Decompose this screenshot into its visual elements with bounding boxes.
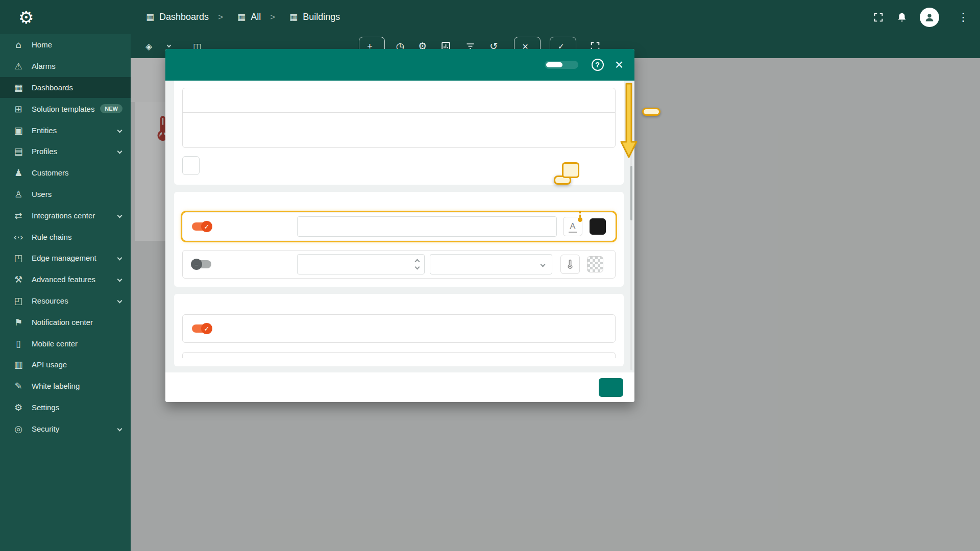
sidebar-item-label: Customers xyxy=(32,168,69,177)
breadcrumb-label: All xyxy=(251,12,261,22)
title-color-swatch[interactable] xyxy=(590,218,606,235)
breadcrumb-item-all[interactable]: All xyxy=(209,12,261,22)
add-threshold-button[interactable] xyxy=(182,156,200,175)
sidebar-item-settings[interactable]: Settings xyxy=(0,397,131,418)
sidebar-item-dashboards[interactable]: Dashboards xyxy=(0,77,131,98)
sidebar-item-label: Mobile center xyxy=(32,339,78,348)
sidebar-item-mobile-center[interactable]: Mobile center xyxy=(0,333,131,354)
thingsboard-logo[interactable] xyxy=(0,7,131,28)
sidebar-item-label: Rule chains xyxy=(32,233,71,241)
chart-section xyxy=(174,294,624,366)
sidebar-item-resources[interactable]: Resources xyxy=(0,290,131,312)
dialog-scrollbar-thumb[interactable] xyxy=(630,166,632,220)
chart-title-input[interactable] xyxy=(297,216,557,237)
icon-color-swatch[interactable] xyxy=(587,256,603,272)
toggle-knob-minus-icon xyxy=(191,259,202,270)
sidebar-item-icon xyxy=(12,232,24,242)
icon-size-input[interactable] xyxy=(297,254,425,274)
breadcrumb: Dashboards All Buildings xyxy=(146,12,340,22)
sidebar: Home Alarms Dashboards Solution template… xyxy=(0,34,131,551)
dialog-header xyxy=(165,49,634,81)
next-row-clipped xyxy=(182,352,616,358)
sidebar-item-label: Security xyxy=(32,424,59,433)
toggle-knob-check-icon xyxy=(201,323,212,334)
number-stepper[interactable] xyxy=(415,260,419,269)
sidebar-item-icon xyxy=(12,125,24,136)
mode-tab-group xyxy=(545,61,578,69)
sidebar-item-home[interactable]: Home xyxy=(0,34,131,56)
sidebar-item-security[interactable]: Security xyxy=(0,418,131,439)
sidebar-item-label: Profiles xyxy=(32,147,57,156)
callout-connector-line xyxy=(579,211,581,217)
step-number-badge xyxy=(562,162,579,178)
icon-picker-button[interactable] xyxy=(560,255,580,274)
chevron-down-icon xyxy=(167,43,171,47)
thermometer-icon xyxy=(565,259,575,269)
card-icon-toggle[interactable] xyxy=(192,260,211,268)
sidebar-item-alarms[interactable]: Alarms xyxy=(0,56,131,77)
close-dialog-icon[interactable] xyxy=(615,58,623,72)
sidebar-item-icon xyxy=(12,167,24,178)
kebab-menu-icon[interactable] xyxy=(958,11,969,23)
sidebar-item-edge-management[interactable]: Edge management xyxy=(0,247,131,269)
dashboard-group-icon xyxy=(237,12,246,22)
title-setting-row xyxy=(182,212,616,241)
sidebar-item-icon xyxy=(12,359,24,370)
chevron-down-icon xyxy=(117,426,122,431)
fullscreen-icon[interactable] xyxy=(873,12,884,23)
sidebar-item-icon xyxy=(12,317,24,328)
dialog-body xyxy=(165,81,634,372)
sidebar-item-icon xyxy=(12,423,24,434)
sidebar-item-white-labeling[interactable]: White labeling xyxy=(0,375,131,397)
sidebar-item-label: White labeling xyxy=(32,382,80,390)
sidebar-item-icon xyxy=(12,82,24,93)
sidebar-item-api-usage[interactable]: API usage xyxy=(0,354,131,375)
thresholds-table-header xyxy=(183,88,615,113)
breadcrumb-item-buildings[interactable]: Buildings xyxy=(261,12,340,22)
chevron-down-icon xyxy=(117,277,122,282)
question-icon xyxy=(595,60,600,69)
sidebar-item-icon xyxy=(12,61,24,71)
dialog-add-button[interactable] xyxy=(599,378,623,397)
icon-size-unit-select[interactable] xyxy=(430,254,552,274)
sidebar-item-advanced-features[interactable]: Advanced features xyxy=(0,269,131,290)
sidebar-item-rule-chains[interactable]: Rule chains xyxy=(0,226,131,247)
sidebar-item-icon xyxy=(12,146,24,157)
scroll-down-annotation xyxy=(642,108,660,116)
stepper-up-icon xyxy=(415,259,420,264)
sidebar-item-label: Users xyxy=(32,190,52,198)
sidebar-item-label: Edge management xyxy=(32,254,96,262)
sidebar-item-notification-center[interactable]: Notification center xyxy=(0,311,131,333)
notifications-bell-icon[interactable] xyxy=(896,12,908,23)
sidebar-item-icon xyxy=(12,253,24,263)
breadcrumb-label: Dashboards xyxy=(159,12,209,22)
appearance-section xyxy=(174,192,624,287)
sidebar-item-customers[interactable]: Customers xyxy=(0,162,131,184)
callout-connector-dot xyxy=(578,217,582,222)
sidebar-item-icon xyxy=(12,104,24,114)
sidebar-item-icon xyxy=(12,402,24,413)
sidebar-item-icon xyxy=(12,274,24,285)
tab-advanced[interactable] xyxy=(562,62,577,67)
sidebar-item-icon xyxy=(12,189,24,199)
sidebar-item-integrations-center[interactable]: Integrations center xyxy=(0,205,131,226)
user-menu[interactable] xyxy=(920,8,945,27)
stepper-down-icon xyxy=(415,265,420,270)
sidebar-item-icon xyxy=(12,295,24,306)
chevron-down-icon xyxy=(117,149,122,154)
sidebar-item-profiles[interactable]: Profiles xyxy=(0,141,131,162)
sidebar-item-users[interactable]: Users xyxy=(0,184,131,205)
sidebar-item-solution-templates[interactable]: Solution templates NEW xyxy=(0,98,131,119)
sidebar-item-label: Notification center xyxy=(32,318,93,327)
title-toggle[interactable] xyxy=(192,222,211,231)
help-icon[interactable] xyxy=(592,59,604,71)
topbar: Dashboards All Buildings xyxy=(0,0,980,34)
thingsboard-logo-icon xyxy=(18,7,34,28)
data-zoom-toggle[interactable] xyxy=(192,324,211,333)
card-icon-row xyxy=(182,250,616,279)
breadcrumb-label: Buildings xyxy=(303,12,340,22)
breadcrumb-item-dashboards[interactable]: Dashboards xyxy=(146,12,209,22)
tab-basic[interactable] xyxy=(546,62,562,67)
sidebar-item-entities[interactable]: Entities xyxy=(0,119,131,141)
sidebar-item-label: Advanced features xyxy=(32,275,95,284)
